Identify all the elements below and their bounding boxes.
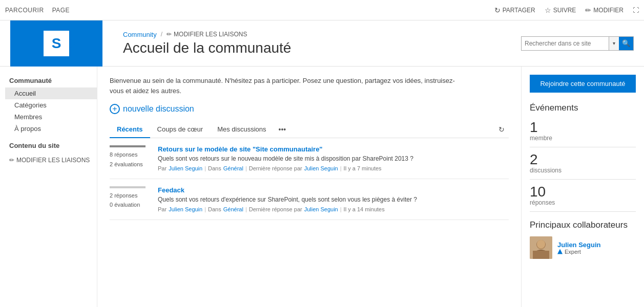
page-title: Accueil de la communauté <box>123 40 511 56</box>
meta-category-2[interactable]: Général <box>223 206 243 212</box>
avatar <box>530 236 552 259</box>
sidebar-item-accueil[interactable]: Accueil <box>5 87 97 99</box>
top-nav-right: ↻ PARTAGER ☆ SUIVRE ✏ MODIFIER ⛶ <box>494 6 639 14</box>
edit-label: MODIFIER <box>593 7 624 14</box>
new-discussion-button[interactable]: + nouvelle discussion <box>110 104 509 114</box>
discussion-meta-2: Par Julien Seguin | Dans Général | Derni… <box>158 206 509 212</box>
fullscreen-icon: ⛶ <box>633 7 639 14</box>
tab-mes-discussions[interactable]: Mes discussions <box>210 121 273 138</box>
sidebar-section-communaute: Communauté <box>5 77 97 84</box>
discussion-meta-1: Par Julien Seguin | Dans Général | Derni… <box>158 165 509 171</box>
site-header: S Community / ✏ MODIFIER LES LIAISONS Ac… <box>0 20 644 67</box>
nav-page[interactable]: PAGE <box>52 7 70 14</box>
share-action[interactable]: ↻ PARTAGER <box>494 6 535 14</box>
tabs-row: Récents Coups de cœur Mes discussions ••… <box>110 121 509 138</box>
stat-number-membre: 1 <box>530 120 636 135</box>
search-dropdown[interactable]: ▾ <box>609 37 619 50</box>
join-community-button[interactable]: Rejoindre cette communauté <box>530 75 636 93</box>
meta-par-label-1: Par <box>158 165 167 171</box>
tab-more[interactable]: ••• <box>274 121 292 138</box>
share-icon: ↻ <box>494 6 501 14</box>
meta-par-label-2: Par <box>158 206 167 212</box>
plus-icon: + <box>110 104 120 114</box>
contributors-title: Principaux collaborateurs <box>530 220 636 230</box>
breadcrumb-edit-label: MODIFIER LES LIAISONS <box>174 31 247 38</box>
contributor-badge: Expert <box>557 249 601 255</box>
nav-parcourir[interactable]: PARCOURIR <box>5 7 44 14</box>
sidebar-item-categories[interactable]: Catégories <box>5 99 97 111</box>
contributor-info: Julien Seguin Expert <box>557 241 601 255</box>
stat-label-discussions: discussions <box>530 167 636 180</box>
follow-action[interactable]: ☆ SUIVRE <box>545 6 576 14</box>
discussion-stats-1: 8 réponses 2 évaluations <box>110 145 151 169</box>
responses-count-2: 2 réponses <box>110 191 151 201</box>
svg-point-5 <box>537 240 545 248</box>
top-nav: PARCOURIR PAGE ↻ PARTAGER ☆ SUIVRE ✏ MOD… <box>0 0 644 20</box>
edit-action[interactable]: ✏ MODIFIER <box>585 6 624 14</box>
breadcrumb-community[interactable]: Community <box>123 31 157 38</box>
welcome-text: Bienvenue au sein de la communauté. N'hé… <box>110 76 458 96</box>
discussion-body-1: Retours sur le modèle de site "Site comm… <box>158 145 509 171</box>
meta-author-1[interactable]: Julien Seguin <box>169 165 202 171</box>
sidebar-edit-link[interactable]: ✏ MODIFIER LES LIAISONS <box>5 157 97 164</box>
stat-label-reponses: réponses <box>530 199 636 212</box>
stat-bar-1 <box>110 145 146 147</box>
new-discussion-label: nouvelle discussion <box>123 104 194 114</box>
contributor-badge-label: Expert <box>565 249 581 255</box>
content-area: Bienvenue au sein de la communauté. N'hé… <box>97 67 521 307</box>
discussion-title-1[interactable]: Retours sur le modèle de site "Site comm… <box>158 145 509 153</box>
stat-number-reponses: 10 <box>530 185 636 199</box>
header-breadcrumb-area: Community / ✏ MODIFIER LES LIAISONS Accu… <box>113 31 511 56</box>
sharepoint-logo: S <box>44 31 69 56</box>
stat-reponses: 10 réponses <box>530 185 636 212</box>
sidebar: Communauté Accueil Catégories Membres À … <box>0 67 97 307</box>
share-label: PARTAGER <box>503 7 535 14</box>
main-layout: Communauté Accueil Catégories Membres À … <box>0 67 644 307</box>
sidebar-edit-label: MODIFIER LES LIAISONS <box>16 157 90 164</box>
meta-author-2[interactable]: Julien Seguin <box>169 206 202 212</box>
discussion-stats-2: 2 réponses 0 évaluation <box>110 186 151 210</box>
meta-derniere-label-1: Dernière réponse par <box>249 165 302 171</box>
refresh-icon[interactable]: ↻ <box>494 123 509 136</box>
meta-time-2: Il y a 14 minutes <box>344 206 385 212</box>
top-nav-left: PARCOURIR PAGE <box>5 7 70 14</box>
evaluations-count-2: 0 évaluation <box>110 200 151 210</box>
stat-label-membre: membre <box>530 135 636 147</box>
breadcrumb-line: Community / ✏ MODIFIER LES LIAISONS <box>123 31 511 38</box>
table-row: 2 réponses 0 évaluation Feedack Quels so… <box>110 179 509 220</box>
meta-time-1: Il y a 7 minutes <box>344 165 382 171</box>
sidebar-section-contenu: Contenu du site <box>9 142 97 149</box>
discussion-list: 8 réponses 2 évaluations Retours sur le … <box>110 138 509 220</box>
header-search: ▾ 🔍 <box>521 36 634 51</box>
sidebar-item-apropos[interactable]: À propos <box>5 123 97 135</box>
pencil-icon: ✏ <box>585 6 591 14</box>
svg-rect-6 <box>533 251 549 259</box>
breadcrumb-edit[interactable]: ✏ MODIFIER LES LIAISONS <box>167 31 247 38</box>
events-title: Événements <box>530 103 636 113</box>
stat-bar-2 <box>110 186 146 188</box>
stat-discussions: 2 discussions <box>530 152 636 180</box>
contributor-name[interactable]: Julien Seguin <box>557 241 601 249</box>
search-input[interactable] <box>522 40 609 47</box>
breadcrumb-separator: / <box>161 31 162 38</box>
sidebar-item-membres[interactable]: Membres <box>5 111 97 123</box>
meta-dans-label-1: Dans <box>208 165 221 171</box>
meta-lastby-1[interactable]: Julien Seguin <box>304 165 338 171</box>
fullscreen-action[interactable]: ⛶ <box>633 7 639 14</box>
list-item: Julien Seguin Expert <box>530 236 636 259</box>
discussion-title-2[interactable]: Feedack <box>158 186 509 194</box>
meta-derniere-label-2: Dernière réponse par <box>249 206 302 212</box>
tab-recents[interactable]: Récents <box>110 121 150 138</box>
tab-coups-de-coeur[interactable]: Coups de cœur <box>150 121 211 138</box>
meta-dans-label-2: Dans <box>208 206 221 212</box>
star-icon: ☆ <box>545 6 551 14</box>
expert-badge-icon <box>557 249 563 254</box>
meta-lastby-2[interactable]: Julien Seguin <box>304 206 338 212</box>
right-panel: Rejoindre cette communauté Événements 1 … <box>521 67 644 307</box>
sidebar-pencil-icon: ✏ <box>9 157 14 164</box>
table-row: 8 réponses 2 évaluations Retours sur le … <box>110 138 509 179</box>
responses-count-1: 8 réponses <box>110 150 151 160</box>
pencil-small-icon: ✏ <box>167 31 172 38</box>
meta-category-1[interactable]: Général <box>223 165 243 171</box>
search-button[interactable]: 🔍 <box>619 37 633 50</box>
